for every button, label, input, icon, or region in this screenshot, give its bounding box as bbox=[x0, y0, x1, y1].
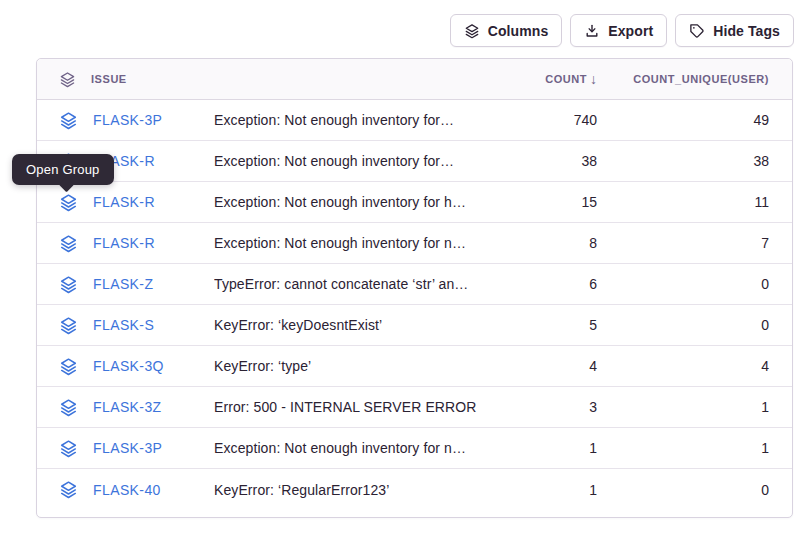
issue-title-cell: Exception: Not enough inventory for… bbox=[214, 112, 487, 128]
count-unique-cell: 1 bbox=[597, 440, 769, 456]
open-group-layers-icon[interactable] bbox=[59, 234, 78, 253]
issue-link[interactable]: FLASK-Z bbox=[93, 276, 153, 292]
count-unique-cell: 7 bbox=[597, 235, 769, 251]
open-group-tooltip: Open Group bbox=[12, 154, 114, 185]
count-unique-column-header[interactable]: COUNT_UNIQUE(USER) bbox=[597, 73, 769, 85]
columns-button[interactable]: Columns bbox=[450, 14, 563, 47]
count-column-header[interactable]: COUNT ↓ bbox=[487, 71, 597, 87]
table-header-row: ISSUE COUNT ↓ COUNT_UNIQUE(USER) bbox=[37, 59, 792, 100]
count-cell: 5 bbox=[487, 317, 597, 333]
count-cell: 6 bbox=[487, 276, 597, 292]
count-unique-cell: 49 bbox=[597, 112, 769, 128]
issue-cell: FLASK-3Q bbox=[59, 357, 214, 376]
issue-cell: FLASK-3Z bbox=[59, 398, 214, 417]
issue-title-cell: Exception: Not enough inventory for… bbox=[214, 153, 487, 169]
results-table: ISSUE COUNT ↓ COUNT_UNIQUE(USER) FLASK-3… bbox=[36, 58, 793, 518]
count-cell: 4 bbox=[487, 358, 597, 374]
issue-cell: FLASK-R bbox=[59, 193, 214, 212]
download-icon bbox=[584, 23, 600, 39]
count-unique-cell: 0 bbox=[597, 276, 769, 292]
open-group-layers-icon[interactable] bbox=[59, 275, 78, 294]
layers-icon bbox=[464, 23, 480, 39]
count-unique-cell: 0 bbox=[597, 317, 769, 333]
issue-link[interactable]: FLASK-40 bbox=[93, 482, 161, 498]
count-cell: 38 bbox=[487, 153, 597, 169]
table-row: FLASK-3P Exception: Not enough inventory… bbox=[37, 428, 792, 469]
issue-title-cell: Exception: Not enough inventory for n… bbox=[214, 440, 487, 456]
toolbar: Columns Export Hide Tags bbox=[450, 14, 794, 47]
issue-link[interactable]: FLASK-3P bbox=[93, 440, 162, 456]
open-group-layers-icon[interactable] bbox=[59, 480, 78, 499]
count-unique-cell: 4 bbox=[597, 358, 769, 374]
issue-column-header[interactable]: ISSUE bbox=[59, 71, 214, 88]
table-row: FLASK-R Exception: Not enough inventory … bbox=[37, 182, 792, 223]
issue-link[interactable]: FLASK-3Q bbox=[93, 358, 164, 374]
issue-link[interactable]: FLASK-S bbox=[93, 317, 154, 333]
count-cell: 8 bbox=[487, 235, 597, 251]
sort-desc-icon: ↓ bbox=[590, 71, 597, 87]
table-row: FLASK-40 KeyError: ‘RegularError123’ 1 0 bbox=[37, 469, 792, 510]
issue-title-cell: KeyError: ‘type’ bbox=[214, 358, 487, 374]
issue-link[interactable]: FLASK-3P bbox=[93, 112, 162, 128]
issue-title-cell: KeyError: ‘RegularError123’ bbox=[214, 482, 487, 498]
hide-tags-button[interactable]: Hide Tags bbox=[675, 14, 794, 47]
issue-cell: FLASK-3P bbox=[59, 439, 214, 458]
open-group-layers-icon[interactable] bbox=[59, 193, 78, 212]
issue-title-cell: Exception: Not enough inventory for n… bbox=[214, 235, 487, 251]
open-group-layers-icon[interactable] bbox=[59, 111, 78, 130]
table-row: FLASK-R Exception: Not enough inventory … bbox=[37, 223, 792, 264]
issue-link[interactable]: FLASK-R bbox=[93, 235, 155, 251]
table-row: FLASK-S KeyError: ‘keyDoesntExist’ 5 0 bbox=[37, 305, 792, 346]
issue-title-cell: Error: 500 - INTERNAL SERVER ERROR bbox=[214, 399, 487, 415]
tooltip-label: Open Group bbox=[26, 162, 100, 177]
tag-icon bbox=[689, 23, 705, 39]
open-group-layers-icon[interactable] bbox=[59, 439, 78, 458]
hide-tags-button-label: Hide Tags bbox=[713, 23, 780, 39]
issue-link[interactable]: FLASK-3Z bbox=[93, 399, 162, 415]
issue-cell: FLASK-40 bbox=[59, 480, 214, 499]
layers-icon bbox=[59, 71, 76, 88]
count-cell: 15 bbox=[487, 194, 597, 210]
count-cell: 740 bbox=[487, 112, 597, 128]
issue-cell: FLASK-3P bbox=[59, 111, 214, 130]
issue-link[interactable]: FLASK-R bbox=[93, 194, 155, 210]
count-cell: 1 bbox=[487, 482, 597, 498]
issue-cell: FLASK-S bbox=[59, 316, 214, 335]
issue-title-cell: TypeError: cannot concatenate ‘str’ an… bbox=[214, 276, 487, 292]
export-button[interactable]: Export bbox=[570, 14, 667, 47]
table-body: FLASK-3P Exception: Not enough inventory… bbox=[37, 100, 792, 510]
count-cell: 3 bbox=[487, 399, 597, 415]
table-row: FLASK-3P Exception: Not enough inventory… bbox=[37, 100, 792, 141]
count-unique-cell: 38 bbox=[597, 153, 769, 169]
count-cell: 1 bbox=[487, 440, 597, 456]
count-column-label: COUNT bbox=[545, 73, 587, 85]
table-row: FLASK-3Z Error: 500 - INTERNAL SERVER ER… bbox=[37, 387, 792, 428]
count-unique-cell: 0 bbox=[597, 482, 769, 498]
issue-cell: FLASK-Z bbox=[59, 275, 214, 294]
columns-button-label: Columns bbox=[488, 23, 549, 39]
open-group-layers-icon[interactable] bbox=[59, 316, 78, 335]
issue-title-cell: Exception: Not enough inventory for h… bbox=[214, 194, 487, 210]
count-unique-cell: 11 bbox=[597, 194, 769, 210]
open-group-layers-icon[interactable] bbox=[59, 357, 78, 376]
count-unique-column-label: COUNT_UNIQUE(USER) bbox=[633, 73, 769, 85]
table-row: FLASK-R Exception: Not enough inventory … bbox=[37, 141, 792, 182]
issue-column-label: ISSUE bbox=[91, 73, 127, 85]
export-button-label: Export bbox=[608, 23, 653, 39]
issue-cell: FLASK-R bbox=[59, 234, 214, 253]
table-row: FLASK-Z TypeError: cannot concatenate ‘s… bbox=[37, 264, 792, 305]
open-group-layers-icon[interactable] bbox=[59, 398, 78, 417]
issue-title-cell: KeyError: ‘keyDoesntExist’ bbox=[214, 317, 487, 333]
count-unique-cell: 1 bbox=[597, 399, 769, 415]
table-row: FLASK-3Q KeyError: ‘type’ 4 4 bbox=[37, 346, 792, 387]
